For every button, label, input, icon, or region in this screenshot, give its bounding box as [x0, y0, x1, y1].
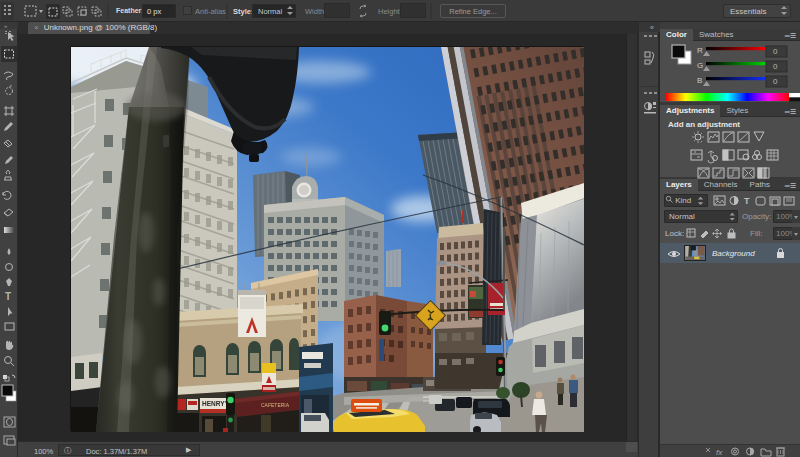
svg-text:CAFETERIA: CAFETERIA	[261, 402, 290, 408]
svg-text:T: T	[5, 291, 11, 302]
svg-text:T: T	[744, 196, 750, 206]
svg-text:fx: fx	[716, 448, 723, 457]
svg-text:0: 0	[773, 47, 778, 56]
svg-text:G: G	[697, 61, 703, 70]
svg-text:«: «	[650, 24, 654, 31]
svg-text:0: 0	[773, 62, 778, 71]
svg-text:R: R	[697, 46, 703, 55]
svg-text:B: B	[697, 76, 702, 85]
svg-text:0: 0	[773, 77, 778, 86]
